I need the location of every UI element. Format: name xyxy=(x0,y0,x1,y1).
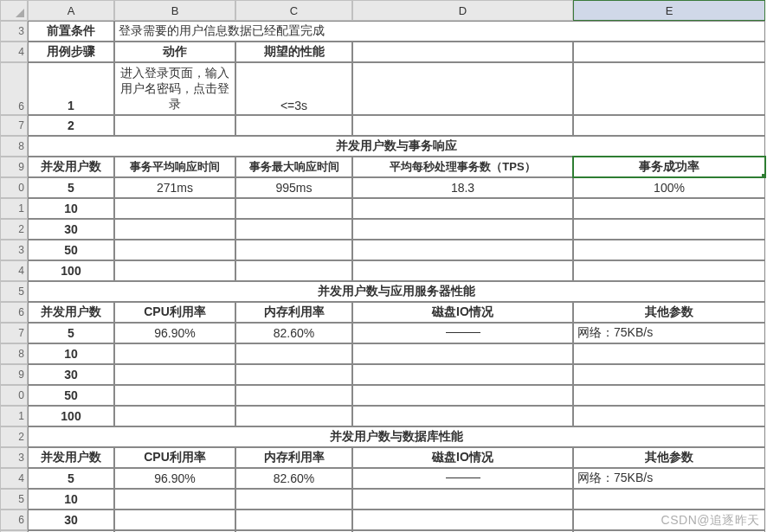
cell[interactable] xyxy=(235,364,352,385)
row-header[interactable]: 7 xyxy=(0,115,28,136)
cell[interactable] xyxy=(573,198,765,219)
cell[interactable] xyxy=(573,42,765,62)
cell[interactable] xyxy=(235,219,352,240)
cell[interactable] xyxy=(114,385,235,406)
row-header[interactable]: 0 xyxy=(0,177,28,198)
cell[interactable] xyxy=(573,115,765,136)
max-rt-cell[interactable]: 995ms xyxy=(235,177,352,198)
row-header[interactable]: 3 xyxy=(0,240,28,260)
action-text[interactable]: 进入登录页面，输入用户名密码，点击登录 xyxy=(114,62,235,115)
precondition-content[interactable]: 登录需要的用户信息数据已经配置完成 xyxy=(114,21,765,42)
users-cell[interactable]: 5 xyxy=(28,177,114,198)
hdr-tps[interactable]: 平均每秒处理事务数（TPS） xyxy=(352,157,573,177)
users-cell[interactable]: 50 xyxy=(28,240,114,260)
cell[interactable] xyxy=(352,240,573,260)
hdr-mem[interactable]: 内存利用率 xyxy=(235,302,352,323)
users-cell[interactable]: 10 xyxy=(28,489,114,510)
cell[interactable] xyxy=(114,343,235,364)
col-header-c[interactable]: C xyxy=(235,0,352,21)
row-header[interactable]: 6 xyxy=(0,302,28,323)
cell[interactable] xyxy=(352,364,573,385)
cell[interactable] xyxy=(352,343,573,364)
section-title-response[interactable]: 并发用户数与事务响应 xyxy=(28,136,765,157)
spreadsheet-grid[interactable]: A B C D E 3 前置条件 登录需要的用户信息数据已经配置完成 4 用例步… xyxy=(0,0,767,532)
hdr-diskio[interactable]: 磁盘IO情况 xyxy=(352,302,573,323)
other-cell[interactable]: 网络：75KB/s xyxy=(573,323,765,343)
cell[interactable] xyxy=(573,260,765,281)
cpu-cell[interactable]: 96.90% xyxy=(114,323,235,343)
row-header[interactable]: 8 xyxy=(0,136,28,157)
row-header[interactable]: 4 xyxy=(0,260,28,281)
cell[interactable] xyxy=(573,489,765,510)
users-cell[interactable]: 50 xyxy=(28,385,114,406)
cell[interactable] xyxy=(352,198,573,219)
disk-cell[interactable] xyxy=(352,323,573,343)
cell[interactable] xyxy=(235,240,352,260)
hdr-other[interactable]: 其他参数 xyxy=(573,302,765,323)
users-cell[interactable]: 10 xyxy=(28,343,114,364)
mem-cell[interactable]: 82.60% xyxy=(235,468,352,489)
cell[interactable] xyxy=(573,364,765,385)
row-header[interactable]: 0 xyxy=(0,385,28,406)
cell[interactable] xyxy=(352,260,573,281)
expected-text[interactable]: <=3s xyxy=(235,62,352,115)
cell[interactable] xyxy=(114,489,235,510)
hdr-users[interactable]: 并发用户数 xyxy=(28,157,114,177)
hdr-cpu[interactable]: CPU利用率 xyxy=(114,447,235,468)
cell[interactable] xyxy=(235,260,352,281)
row-header[interactable]: 7 xyxy=(0,323,28,343)
cell[interactable] xyxy=(235,343,352,364)
select-all-corner[interactable] xyxy=(0,0,28,21)
cell[interactable] xyxy=(352,115,573,136)
cell[interactable] xyxy=(573,62,765,115)
section-title-db[interactable]: 并发用户数与数据库性能 xyxy=(28,426,765,447)
header-expected[interactable]: 期望的性能 xyxy=(235,42,352,62)
avg-rt-cell[interactable]: 271ms xyxy=(114,177,235,198)
hdr-diskio[interactable]: 磁盘IO情况 xyxy=(352,447,573,468)
cell[interactable] xyxy=(235,198,352,219)
cell[interactable] xyxy=(114,240,235,260)
users-cell[interactable]: 5 xyxy=(28,468,114,489)
section-title-appserver[interactable]: 并发用户数与应用服务器性能 xyxy=(28,281,765,302)
cell[interactable] xyxy=(352,42,573,62)
users-cell[interactable]: 30 xyxy=(28,364,114,385)
cell[interactable] xyxy=(114,219,235,240)
row-header[interactable]: 6 xyxy=(0,510,28,530)
hdr-users[interactable]: 并发用户数 xyxy=(28,302,114,323)
cell[interactable] xyxy=(573,385,765,406)
cell[interactable] xyxy=(352,510,573,530)
cell[interactable] xyxy=(573,406,765,426)
hdr-other[interactable]: 其他参数 xyxy=(573,447,765,468)
cell[interactable] xyxy=(573,219,765,240)
cell[interactable] xyxy=(114,364,235,385)
label-precondition[interactable]: 前置条件 xyxy=(28,21,114,42)
row-header[interactable]: 5 xyxy=(0,281,28,302)
hdr-mem[interactable]: 内存利用率 xyxy=(235,447,352,468)
success-cell[interactable]: 100% xyxy=(573,177,765,198)
cell[interactable] xyxy=(114,115,235,136)
hdr-users[interactable]: 并发用户数 xyxy=(28,447,114,468)
cell[interactable] xyxy=(235,510,352,530)
cell[interactable] xyxy=(352,219,573,240)
row-header[interactable]: 3 xyxy=(0,21,28,42)
cell[interactable] xyxy=(114,406,235,426)
label-usecase-steps[interactable]: 用例步骤 xyxy=(28,42,114,62)
cell[interactable] xyxy=(352,62,573,115)
row-header[interactable]: 2 xyxy=(0,219,28,240)
other-cell[interactable]: 网络：75KB/s xyxy=(573,468,765,489)
col-header-d[interactable]: D xyxy=(352,0,573,21)
row-header[interactable]: 1 xyxy=(0,406,28,426)
cell[interactable] xyxy=(114,260,235,281)
col-header-b[interactable]: B xyxy=(114,0,235,21)
cell[interactable] xyxy=(573,240,765,260)
cell[interactable] xyxy=(573,343,765,364)
row-header[interactable]: 6 xyxy=(0,62,28,115)
cell[interactable] xyxy=(114,198,235,219)
cell[interactable] xyxy=(352,406,573,426)
row-header[interactable]: 9 xyxy=(0,364,28,385)
col-header-a[interactable]: A xyxy=(28,0,114,21)
cell[interactable] xyxy=(352,385,573,406)
row-header[interactable]: 3 xyxy=(0,447,28,468)
cell[interactable] xyxy=(235,385,352,406)
cell[interactable] xyxy=(235,115,352,136)
